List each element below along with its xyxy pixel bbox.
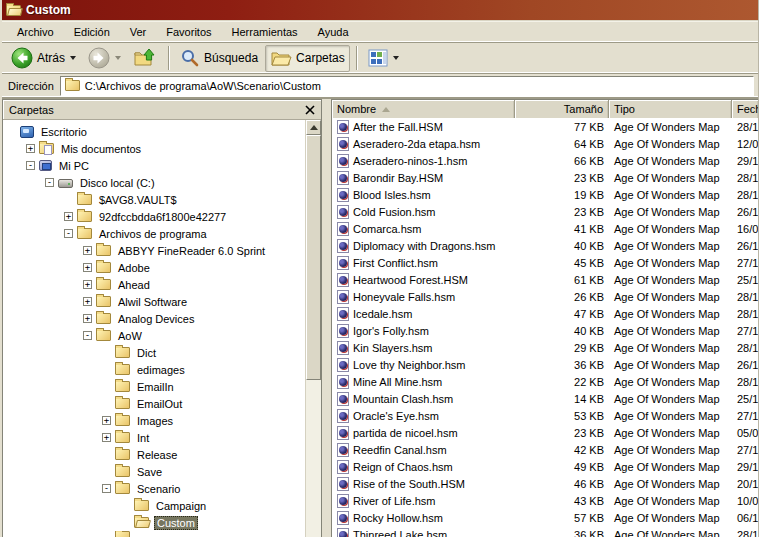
file-row[interactable]: First Conflict.hsm 45 KB Age Of Wonders … — [332, 254, 758, 271]
tree-scrollbar[interactable] — [305, 120, 321, 537]
search-button[interactable]: Búsqueda — [175, 45, 263, 72]
forward-dropdown-icon[interactable] — [115, 56, 121, 60]
menu-item[interactable]: Favoritos — [157, 23, 220, 41]
tree-toggle[interactable]: + — [83, 297, 92, 306]
scrollbar-thumb[interactable] — [306, 135, 321, 380]
menu-item[interactable]: Archivo — [8, 23, 63, 41]
forward-button[interactable] — [83, 45, 126, 72]
file-type: Age Of Wonders Map — [609, 444, 732, 456]
tree-item[interactable]: - Disco local (C:) — [3, 174, 305, 191]
file-row[interactable]: Blood Isles.hsm 19 KB Age Of Wonders Map… — [332, 186, 758, 203]
tree-item[interactable]: + 92dfccbdda6f1800e42277 — [3, 208, 305, 225]
folders-button[interactable]: Carpetas — [265, 45, 350, 72]
file-row[interactable]: Kin Slayers.hsm 29 KB Age Of Wonders Map… — [332, 339, 758, 356]
file-date: 28/1 — [732, 189, 758, 201]
tree-toggle[interactable]: + — [83, 246, 92, 255]
menu-item[interactable]: Edición — [65, 23, 119, 41]
tree-item[interactable]: + Ahead — [3, 276, 305, 293]
tree-toggle[interactable]: + — [102, 416, 111, 425]
file-row[interactable]: Heartwood Forest.HSM 61 KB Age Of Wonder… — [332, 271, 758, 288]
tree-toggle[interactable]: + — [83, 263, 92, 272]
scroll-up-button[interactable] — [306, 120, 321, 135]
file-row[interactable]: Honeyvale Falls.hsm 26 KB Age Of Wonders… — [332, 288, 758, 305]
back-button[interactable]: Atrás — [6, 45, 81, 72]
title-bar[interactable]: Custom — [2, 0, 758, 21]
panel-splitter[interactable] — [322, 99, 331, 537]
tree-item[interactable]: + Analog Devices — [3, 310, 305, 327]
tree-toggle[interactable]: + — [83, 314, 92, 323]
file-row[interactable]: Diplomacy with Dragons.hsm 40 KB Age Of … — [332, 237, 758, 254]
tree-toggle[interactable]: - — [45, 178, 54, 187]
file-row[interactable]: partida de nicoel.hsm 23 KB Age Of Wonde… — [332, 424, 758, 441]
close-icon[interactable] — [305, 105, 315, 115]
back-dropdown-icon[interactable] — [70, 56, 76, 60]
column-header-tipo[interactable]: Tipo — [609, 100, 732, 118]
file-row[interactable]: Icedale.hsm 47 KB Age Of Wonders Map 28/… — [332, 305, 758, 322]
views-dropdown-icon[interactable] — [393, 56, 399, 60]
tree-item[interactable]: $AVG8.VAULT$ — [3, 191, 305, 208]
file-size: 41 KB — [515, 223, 609, 235]
tree-toggle[interactable]: - — [64, 229, 73, 238]
tree-toggle[interactable]: + — [83, 280, 92, 289]
file-row[interactable]: After the Fall.HSM 77 KB Age Of Wonders … — [332, 118, 758, 135]
file-row[interactable]: Mine All Mine.hsm 22 KB Age Of Wonders M… — [332, 373, 758, 390]
file-row[interactable]: Rise of the South.HSM 46 KB Age Of Wonde… — [332, 475, 758, 492]
tree-item[interactable]: Custom — [3, 514, 305, 531]
column-header-tamano[interactable]: Tamaño — [515, 100, 609, 118]
tree-toggle[interactable]: - — [83, 331, 92, 340]
tree-item[interactable]: Save — [3, 463, 305, 480]
file-row[interactable]: Mountain Clash.hsm 14 KB Age Of Wonders … — [332, 390, 758, 407]
tree-item[interactable]: - AoW — [3, 327, 305, 344]
tree-item[interactable]: - Mi PC — [3, 157, 305, 174]
file-name: Kin Slayers.hsm — [353, 342, 432, 354]
tree-item[interactable]: EmailIn — [3, 378, 305, 395]
tree-toggle[interactable]: - — [102, 484, 111, 493]
tree-item[interactable]: + Int — [3, 429, 305, 446]
tree-toggle[interactable]: + — [102, 433, 111, 442]
menu-item[interactable]: Herramientas — [223, 23, 307, 41]
menu-item[interactable]: Ver — [121, 23, 156, 41]
file-row[interactable]: Aseradero-ninos-1.hsm 66 KB Age Of Wonde… — [332, 152, 758, 169]
tree-toggle[interactable]: + — [64, 212, 73, 221]
file-row[interactable]: Oracle's Eye.hsm 53 KB Age Of Wonders Ma… — [332, 407, 758, 424]
file-row[interactable]: Love thy Neighbor.hsm 36 KB Age Of Wonde… — [332, 356, 758, 373]
tree-item[interactable]: + Adobe — [3, 259, 305, 276]
file-row[interactable]: Reedfin Canal.hsm 42 KB Age Of Wonders M… — [332, 441, 758, 458]
tree-item[interactable]: - Scenario — [3, 480, 305, 497]
file-row[interactable]: Reign of Chaos.hsm 49 KB Age Of Wonders … — [332, 458, 758, 475]
tree-item[interactable]: edimages — [3, 361, 305, 378]
tree-item[interactable]: + Alwil Software — [3, 293, 305, 310]
tree-toggle[interactable]: + — [26, 144, 35, 153]
up-button[interactable] — [128, 45, 162, 72]
file-row[interactable]: Barondir Bay.HSM 23 KB Age Of Wonders Ma… — [332, 169, 758, 186]
tree-item[interactable]: + ABBYY FineReader 6.0 Sprint — [3, 242, 305, 259]
tree-item[interactable] — [3, 531, 305, 537]
tree-item[interactable]: Dict — [3, 344, 305, 361]
aow-map-file-icon — [337, 307, 349, 321]
tree-item[interactable]: Campaign — [3, 497, 305, 514]
file-row[interactable]: River of Life.hsm 43 KB Age Of Wonders M… — [332, 492, 758, 509]
file-row[interactable]: Aseradero-2da etapa.hsm 64 KB Age Of Won… — [332, 135, 758, 152]
column-header-nombre[interactable]: Nombre — [332, 100, 515, 118]
file-row[interactable]: Comarca.hsm 41 KB Age Of Wonders Map 16/… — [332, 220, 758, 237]
file-row[interactable]: Rocky Hollow.hsm 57 KB Age Of Wonders Ma… — [332, 509, 758, 526]
file-type: Age Of Wonders Map — [609, 376, 732, 388]
address-input[interactable]: C:\Archivos de programa\AoW\Scenario\Cus… — [60, 76, 754, 96]
views-button[interactable] — [363, 45, 404, 72]
tree-item[interactable]: + Mis documentos — [3, 140, 305, 157]
views-icon — [368, 49, 388, 67]
column-header-fecha[interactable]: Fech — [732, 100, 758, 118]
tree-item[interactable]: + Images — [3, 412, 305, 429]
tree-item[interactable]: EmailOut — [3, 395, 305, 412]
file-type: Age Of Wonders Map — [609, 325, 732, 337]
file-row[interactable]: Cold Fusion.hsm 23 KB Age Of Wonders Map… — [332, 203, 758, 220]
file-row[interactable]: Igor's Folly.hsm 40 KB Age Of Wonders Ma… — [332, 322, 758, 339]
file-row[interactable]: Thinreed Lake.hsm 36 KB Age Of Wonders M… — [332, 526, 758, 537]
tree-toggle[interactable]: - — [26, 161, 35, 170]
tree-item[interactable]: Release — [3, 446, 305, 463]
tree-item[interactable]: - Archivos de programa — [3, 225, 305, 242]
menu-item[interactable]: Ayuda — [309, 23, 358, 41]
file-type: Age Of Wonders Map — [609, 393, 732, 405]
tree-item[interactable]: Escritorio — [3, 123, 305, 140]
file-size: 29 KB — [515, 342, 609, 354]
